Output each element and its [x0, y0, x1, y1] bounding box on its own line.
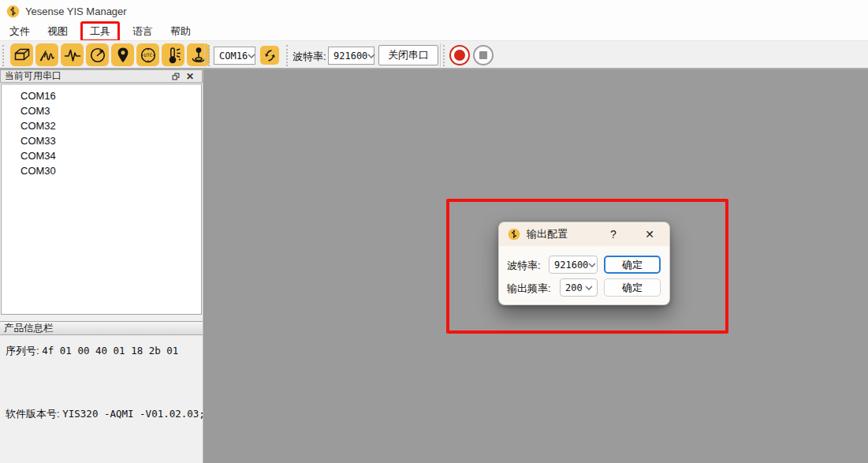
gauge-icon: [88, 46, 107, 65]
gauge-button[interactable]: [86, 43, 109, 66]
float-panel-icon: [171, 72, 181, 81]
cube-icon: [13, 46, 32, 65]
location-pin-icon: [114, 46, 132, 65]
port-select[interactable]: COM16: [214, 47, 255, 65]
chevron-down-icon: [588, 263, 596, 267]
sensor-3d-button[interactable]: [10, 43, 33, 66]
product-info-title: 产品信息栏: [4, 322, 54, 335]
baud-rate-value: 921600: [333, 50, 367, 62]
port-list-item[interactable]: COM33: [2, 133, 201, 148]
baud-rate-label: 波特率:: [292, 50, 326, 64]
port-list-item[interactable]: COM3: [2, 103, 201, 118]
menu-item-language[interactable]: 语言: [125, 23, 161, 40]
dialog-rate-label: 输出频率:: [507, 282, 551, 296]
port-list: COM16 COM3 COM32 COM33 COM34 COM30: [1, 84, 202, 315]
toolbar-separator: [204, 43, 205, 67]
pulse-wave-button[interactable]: [61, 43, 84, 66]
close-port-button[interactable]: 关闭串口: [378, 45, 438, 65]
baud-rate-select[interactable]: 921600: [328, 47, 374, 65]
pulse-wave-icon: [63, 46, 82, 65]
close-icon: ✕: [186, 72, 194, 81]
location-button[interactable]: [111, 43, 134, 66]
dialog-help-button[interactable]: ?: [603, 222, 624, 246]
toolbar-grip[interactable]: [208, 45, 210, 66]
refresh-ports-button[interactable]: [260, 46, 279, 65]
toolbar-grip[interactable]: [2, 45, 5, 66]
record-dot-icon: [454, 50, 465, 61]
dialog-close-button[interactable]: ✕: [638, 222, 661, 246]
window-title: Yesense YIS Manager: [25, 6, 127, 17]
output-config-dialog: 输出配置 ? ✕ 波特率: 921600 确定 输出频率: 200 确定: [498, 222, 670, 305]
dialog-baud-confirm-button[interactable]: 确定: [604, 256, 661, 274]
toolbar: UTC COM16: [0, 40, 868, 69]
dialog-baud-value: 921600: [554, 260, 588, 271]
chevron-down-icon: [585, 286, 593, 290]
float-panel-button[interactable]: [169, 71, 183, 82]
toolbar-grip[interactable]: [443, 45, 445, 66]
ports-panel-title: 当前可用串口: [5, 69, 61, 83]
chevron-down-icon: [248, 54, 255, 58]
utc-clock-button[interactable]: UTC: [136, 43, 159, 66]
dialog-rate-value: 200: [565, 282, 583, 293]
dialog-logo-icon: [508, 228, 520, 241]
port-list-item[interactable]: COM30: [2, 163, 201, 178]
toolbar-grip[interactable]: [286, 45, 289, 66]
utc-clock-icon: UTC: [139, 46, 158, 65]
dialog-baud-select[interactable]: 921600: [549, 256, 598, 274]
refresh-icon: [263, 48, 278, 63]
port-list-item[interactable]: COM16: [2, 88, 201, 103]
product-info-header: 产品信息栏: [0, 321, 203, 335]
app-window: Yesense YIS Manager 文件 视图 工具 语言 帮助: [0, 0, 868, 463]
joystick-button[interactable]: [187, 43, 210, 66]
software-version-label: 软件版本号:: [6, 408, 60, 420]
menu-item-file[interactable]: 文件: [2, 23, 38, 40]
software-version-value: YIS320 -AQMI -V01.02.03;: [62, 408, 205, 420]
menu-item-help[interactable]: 帮助: [162, 23, 199, 40]
ports-panel-header: 当前可用串口 ✕: [0, 69, 203, 83]
app-logo-icon: [6, 5, 20, 18]
left-dock: 当前可用串口 ✕ COM16 COM3 COM32 COM33 COM34 CO…: [0, 69, 203, 463]
toolbar-separator: [440, 43, 441, 67]
thermometer-icon: [164, 46, 183, 65]
attitude-wave-button[interactable]: [35, 43, 58, 66]
thermometer-button[interactable]: [162, 43, 184, 66]
dialog-title: 输出配置: [527, 227, 568, 241]
serial-number-row: 序列号: 4f 01 00 40 01 18 2b 01: [6, 344, 178, 358]
chevron-down-icon: [367, 54, 375, 58]
dialog-rate-confirm-button[interactable]: 确定: [604, 278, 661, 297]
title-bar: Yesense YIS Manager: [0, 0, 868, 22]
menu-item-tools[interactable]: 工具: [80, 21, 120, 42]
stop-button[interactable]: [473, 45, 494, 65]
stop-square-icon: [479, 51, 487, 59]
menu-item-view[interactable]: 视图: [39, 23, 76, 40]
dialog-rate-select[interactable]: 200: [560, 278, 598, 297]
port-select-value: COM16: [219, 50, 248, 62]
dialog-baud-label: 波特率:: [507, 259, 541, 273]
port-list-item[interactable]: COM32: [2, 118, 201, 133]
software-version-row: 软件版本号: YIS320 -AQMI -V01.02.03;: [6, 407, 205, 421]
menu-bar: 文件 视图 工具 语言 帮助: [0, 22, 868, 40]
serial-number-value: 4f 01 00 40 01 18 2b 01: [42, 345, 178, 357]
dialog-title-bar: 输出配置 ? ✕: [499, 222, 669, 246]
record-button[interactable]: [449, 45, 470, 65]
attitude-wave-icon: [38, 46, 57, 65]
close-panel-button[interactable]: ✕: [183, 71, 197, 82]
svg-text:UTC: UTC: [143, 52, 152, 58]
serial-number-label: 序列号:: [6, 345, 39, 357]
port-list-item[interactable]: COM34: [2, 148, 201, 163]
